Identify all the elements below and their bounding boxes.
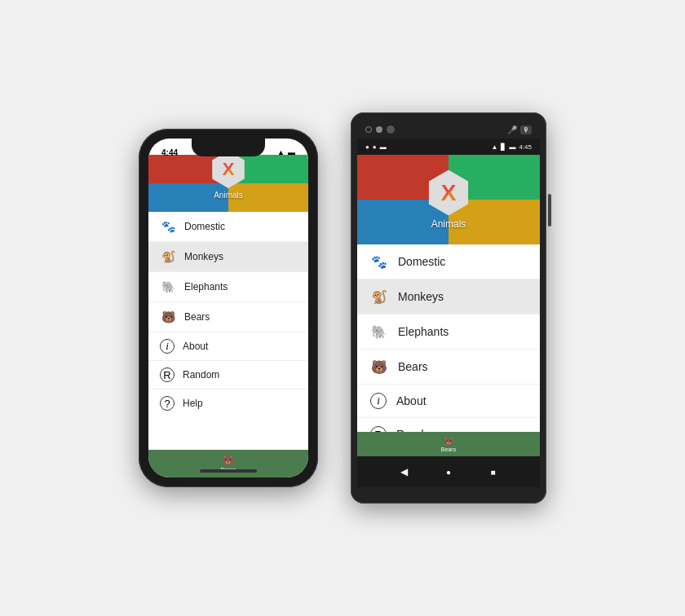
android-side-button — [548, 194, 551, 227]
android-dot-icon: ● — [373, 143, 377, 151]
iphone-menu-label-about: About — [183, 341, 208, 352]
iphone-logo-x: X — [223, 161, 235, 178]
android-menu-label-bears: Bears — [398, 360, 428, 373]
android-top-camera — [387, 125, 395, 134]
android-logo-container: X Animals — [426, 170, 471, 230]
iphone-menu-item-domestic[interactable]: 🐾 Domestic — [148, 212, 308, 242]
android-recent-button[interactable]: ■ — [487, 465, 500, 478]
android-menu-label-domestic: Domestic — [398, 255, 445, 268]
iphone-time: 4:44 — [161, 148, 178, 157]
monkey-icon: 🐒 — [160, 249, 176, 265]
android-menu-item-bears[interactable]: 🐻 Bears — [357, 350, 540, 385]
android-status-right: ▲ ▊ ▬ 4:45 — [492, 143, 533, 151]
info-icon: i — [160, 339, 175, 354]
iphone-device: 4:44 ▲ ▬ X — [139, 129, 318, 487]
android-menu-item-domestic[interactable]: 🐾 Domestic — [357, 244, 540, 279]
iphone-notch — [192, 139, 265, 156]
iphone-menu-item-elephants[interactable]: 🐘 Elephants — [148, 272, 308, 302]
android-logo-x: X — [441, 182, 457, 205]
android-wifi-icon: ▲ — [492, 143, 498, 151]
android-top-left-icons — [365, 125, 395, 134]
android-mic-icon: 🎤 — [507, 125, 517, 134]
android-menu-item-elephants[interactable]: 🐘 Elephants — [357, 315, 540, 350]
iphone-menu-label-monkeys: Monkeys — [184, 251, 223, 262]
iphone-menu-label-domestic: Domestic — [184, 221, 225, 232]
android-top-dot1 — [365, 126, 372, 133]
android-info-icon: i — [370, 393, 387, 409]
iphone-screen: 4:44 ▲ ▬ X — [148, 139, 308, 477]
battery-status-icon: ▬ — [288, 148, 295, 156]
android-top-bar: 🎤 🎙 — [357, 121, 540, 139]
android-menu-label-monkeys: Monkeys — [398, 290, 444, 303]
android-battery-indicator: ▬ — [380, 143, 387, 151]
random-icon: R — [160, 367, 175, 382]
android-back-button[interactable]: ◀ — [397, 465, 410, 478]
android-wrapper: 🎤 🎙 ● ● ▬ ▲ ▊ ▬ 4:45 — [351, 112, 546, 504]
android-tab-bear-label: Bears — [441, 447, 456, 452]
android-status-left: ● ● ▬ — [365, 143, 387, 151]
android-menu-item-random[interactable]: R Random — [357, 418, 540, 432]
iphone-menu-item-bears[interactable]: 🐻 Bears — [148, 302, 308, 332]
iphone-tab-bear-icon: 🐻 — [222, 455, 234, 466]
iphone-wrapper: 4:44 ▲ ▬ X — [139, 129, 318, 487]
iphone-menu-label-elephants: Elephants — [184, 281, 228, 293]
android-hexagon: X — [426, 170, 471, 216]
android-signal-bars: ▊ — [501, 143, 506, 151]
android-screen: ● ● ▬ ▲ ▊ ▬ 4:45 — [357, 139, 540, 456]
wifi-icon: ▲ — [277, 148, 285, 156]
iphone-menu-label-bears: Bears — [184, 311, 210, 323]
android-tab-item-bears[interactable]: 🐻 Bears — [441, 437, 456, 452]
help-icon: ? — [160, 396, 175, 411]
android-menu-item-about[interactable]: i About — [357, 385, 540, 418]
iphone-menu-label-help: Help — [183, 398, 203, 409]
iphone-content: X Animals 🐾 Domestic 🐒 Monkeys — [148, 139, 308, 477]
paw-icon: 🐾 — [160, 218, 176, 235]
android-menu-label-elephants: Elephants — [398, 325, 449, 338]
android-random-icon: R — [370, 426, 387, 432]
android-device: 🎤 🎙 ● ● ▬ ▲ ▊ ▬ 4:45 — [351, 112, 546, 504]
iphone-tab-bar: 🐻 Bears — [148, 450, 308, 477]
android-app-title: Animals — [431, 218, 466, 230]
android-tab-bear-icon: 🐻 — [444, 437, 453, 446]
android-time: 4:45 — [519, 143, 532, 151]
android-nav-bar: ◀ ● ■ — [357, 456, 540, 487]
android-status-bar: ● ● ▬ ▲ ▊ ▬ 4:45 — [357, 139, 540, 155]
android-menu: 🐾 Domestic 🐒 Monkeys 🐘 Elephants 🐻 Bears — [357, 244, 540, 432]
android-tab-bar: 🐻 Bears — [357, 432, 540, 456]
android-paw-icon: 🐾 — [370, 253, 388, 271]
android-mic-button: 🎙 — [520, 125, 532, 134]
android-battery-icon: ▬ — [509, 143, 515, 151]
iphone-menu-item-about[interactable]: i About — [148, 332, 308, 361]
android-monkey-icon: 🐒 — [370, 288, 388, 306]
android-elephant-icon: 🐘 — [370, 323, 388, 341]
iphone-menu-label-random: Random — [183, 369, 219, 381]
android-menu-label-about: About — [396, 394, 426, 407]
android-app-header: X Animals — [357, 155, 540, 244]
android-home-button[interactable]: ● — [442, 465, 455, 478]
iphone-menu-item-help[interactable]: ? Help — [148, 389, 308, 417]
android-signal-icon: ● — [365, 143, 369, 151]
bear-icon: 🐻 — [160, 309, 176, 325]
iphone-app-title: Animals — [214, 191, 243, 200]
android-menu-item-monkeys[interactable]: 🐒 Monkeys — [357, 279, 540, 315]
iphone-menu: 🐾 Domestic 🐒 Monkeys 🐘 Elephants 🐻 Bears — [148, 212, 308, 450]
android-top-dot2 — [376, 126, 382, 133]
iphone-status-icons: ▲ ▬ — [277, 148, 295, 156]
elephant-icon: 🐘 — [160, 279, 176, 295]
android-content: X Animals 🐾 Domestic 🐒 Monkeys — [357, 155, 540, 456]
iphone-menu-item-monkeys[interactable]: 🐒 Monkeys — [148, 242, 308, 272]
iphone-home-bar — [200, 469, 257, 473]
android-top-right-icons: 🎤 🎙 — [507, 125, 532, 134]
android-bear-icon: 🐻 — [370, 358, 388, 376]
iphone-menu-item-random[interactable]: R Random — [148, 361, 308, 389]
